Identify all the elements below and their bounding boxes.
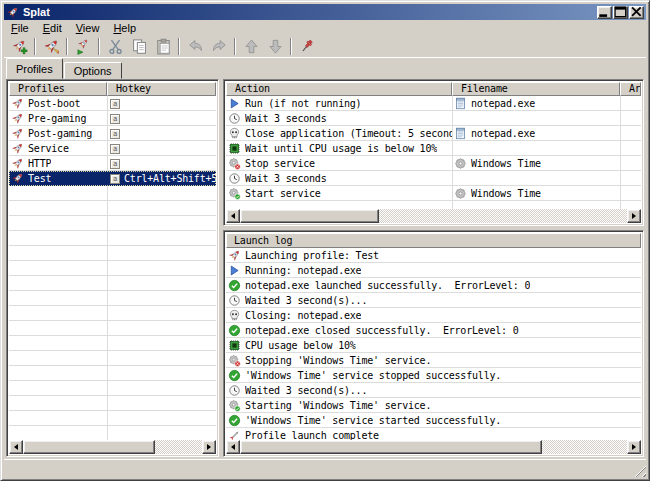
action-row[interactable]: Wait 3 seconds: [226, 111, 641, 126]
minimize-button[interactable]: [597, 6, 612, 19]
rocket-icon: [228, 249, 241, 262]
log-row[interactable]: CPU usage below 10%: [226, 338, 641, 353]
edit-profile-button[interactable]: [39, 36, 63, 57]
tab-options[interactable]: Options: [64, 62, 122, 79]
menu-help[interactable]: Help: [106, 21, 143, 35]
column-header-arg[interactable]: Arg: [620, 82, 641, 96]
maximize-button[interactable]: [613, 6, 628, 19]
action-row[interactable]: Wait 3 seconds: [226, 171, 641, 186]
minimize-icon: [598, 6, 611, 18]
log-row[interactable]: 'Windows Time' service started successfu…: [226, 413, 641, 428]
column-header-profiles[interactable]: Profiles: [9, 82, 107, 96]
toolbar-separator: [234, 38, 236, 55]
scrollbar-track[interactable]: [23, 440, 202, 454]
copy-icon: [131, 38, 148, 55]
profile-hotkey-cell: a: [107, 126, 216, 141]
undo-button[interactable]: [183, 36, 207, 57]
menu-view[interactable]: View: [69, 21, 107, 35]
pin-icon: [299, 38, 316, 55]
play-icon: [228, 264, 241, 277]
action-row[interactable]: Run (if not running)notepad.exe: [226, 96, 641, 111]
filename-cell: Windows Time: [452, 156, 620, 171]
column-header-filename[interactable]: Filename: [452, 82, 620, 96]
profile-row[interactable]: Post-gaminga: [9, 126, 216, 141]
log-row[interactable]: Launching profile: Test: [226, 248, 641, 263]
menu-file[interactable]: File: [4, 21, 36, 35]
scroll-left-button[interactable]: [9, 440, 23, 454]
launch-profile-button[interactable]: [71, 36, 95, 57]
scrollbar-thumb[interactable]: [240, 209, 379, 223]
move-up-button[interactable]: [239, 36, 263, 57]
log-row[interactable]: Running: notepad.exe: [226, 263, 641, 278]
scrollbar-track[interactable]: [240, 209, 627, 223]
right-arrow-icon: [632, 444, 639, 450]
actions-header: ActionFilenameArg: [226, 82, 641, 96]
cut-button[interactable]: [103, 36, 127, 57]
title-bar[interactable]: Splat: [4, 4, 646, 20]
log-row[interactable]: notepad.exe launched successfully. Error…: [226, 278, 641, 293]
log-row[interactable]: Waited 3 second(s)...: [226, 383, 641, 398]
filename-cell: notepad.exe: [452, 96, 620, 111]
clock-icon: [228, 112, 241, 125]
profile-name-cell: HTTP: [9, 156, 107, 171]
scroll-left-button[interactable]: [226, 440, 240, 454]
move-down-button[interactable]: [263, 36, 287, 57]
log-row[interactable]: Closing: notepad.exe: [226, 308, 641, 323]
action-cell: Close application (Timeout: 5 seconds): [226, 126, 452, 141]
log-text: 'Windows Time' service started successfu…: [245, 415, 501, 426]
profile-name: Service: [28, 143, 69, 154]
gear-start-icon: [228, 399, 241, 412]
scrollbar-thumb[interactable]: [23, 440, 155, 454]
menu-edit[interactable]: Edit: [36, 21, 69, 35]
action-row[interactable]: Close application (Timeout: 5 seconds)no…: [226, 126, 641, 141]
filename-text: notepad.exe: [471, 98, 535, 109]
tab-profiles[interactable]: Profiles: [6, 58, 63, 79]
profile-hotkey-cell: a: [107, 96, 216, 111]
rocket-icon: [11, 142, 24, 155]
profile-row[interactable]: Pre-gaminga: [9, 111, 216, 126]
hotkey-key-icon: a: [110, 159, 120, 169]
profile-name-cell: Pre-gaming: [9, 111, 107, 126]
close-icon: [630, 6, 643, 18]
rocket-icon: [11, 112, 24, 125]
column-header-hotkey[interactable]: Hotkey: [107, 82, 216, 96]
copy-button[interactable]: [127, 36, 151, 57]
profile-hotkey-cell: a: [107, 156, 216, 171]
redo-button[interactable]: [207, 36, 231, 57]
action-cell: Stop service: [226, 156, 452, 171]
profile-row[interactable]: TestaCtrl+Alt+Shift+5: [9, 171, 216, 186]
profile-row[interactable]: Servicea: [9, 141, 216, 156]
paste-button[interactable]: [151, 36, 175, 57]
action-row[interactable]: Stop serviceWindows Time: [226, 156, 641, 171]
scroll-left-button[interactable]: [226, 209, 240, 223]
cut-icon: [107, 38, 124, 55]
actions-hscrollbar[interactable]: [226, 209, 641, 223]
scroll-right-button[interactable]: [202, 440, 216, 454]
action-text: Wait until CPU usage is below 10%: [245, 143, 437, 154]
profile-row[interactable]: Post-boota: [9, 96, 216, 111]
profile-row[interactable]: HTTPa: [9, 156, 216, 171]
scrollbar-thumb[interactable]: [240, 440, 542, 454]
log-row[interactable]: Profile launch complete: [226, 428, 641, 440]
log-row[interactable]: 'Windows Time' service stopped successfu…: [226, 368, 641, 383]
log-hscrollbar[interactable]: [226, 440, 641, 454]
action-row[interactable]: Start serviceWindows Time: [226, 186, 641, 201]
scrollbar-track[interactable]: [240, 440, 627, 454]
add-profile-button[interactable]: [7, 36, 31, 57]
resize-grip[interactable]: [633, 464, 646, 477]
log-row[interactable]: Waited 3 second(s)...: [226, 293, 641, 308]
arguments-cell: [620, 171, 641, 186]
log-row[interactable]: notepad.exe closed successfully. ErrorLe…: [226, 323, 641, 338]
log-row[interactable]: Stopping 'Windows Time' service.: [226, 353, 641, 368]
log-row[interactable]: Starting 'Windows Time' service.: [226, 398, 641, 413]
scroll-right-button[interactable]: [627, 440, 641, 454]
action-row[interactable]: Wait until CPU usage is below 10%: [226, 141, 641, 156]
scroll-right-button[interactable]: [627, 209, 641, 223]
check-icon: [228, 324, 241, 337]
column-header-action[interactable]: Action: [226, 82, 452, 96]
toolbar-separator: [178, 38, 180, 55]
skull-icon: [228, 309, 241, 322]
profiles-hscrollbar[interactable]: [9, 440, 216, 454]
pin-button[interactable]: [295, 36, 319, 57]
close-button[interactable]: [629, 6, 644, 19]
